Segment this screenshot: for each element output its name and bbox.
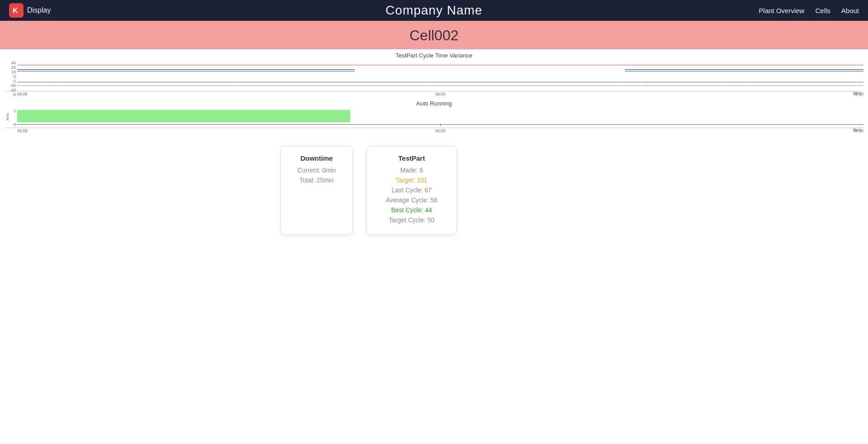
- auto-time-start: 06:08: [17, 129, 28, 133]
- svg-text:K: K: [13, 7, 18, 14]
- testpart-target-cycle: Target Cycle: 50: [379, 216, 444, 224]
- logo-icon: K: [9, 3, 24, 18]
- plant-overview-link[interactable]: Plant Overview: [759, 7, 805, 14]
- header-nav: Plant Overview Cells About: [759, 7, 859, 14]
- auto-running-section: Auto Running 1 0 Auto Auto 06:08 06:09 0…: [0, 97, 868, 132]
- cycle-time-mid: 06:09: [435, 92, 446, 96]
- testpart-last-cycle: Last Cycle: 67: [379, 186, 444, 194]
- downtime-card-title: Downtime: [292, 154, 342, 162]
- auto-time-mid: 06:09: [435, 129, 446, 133]
- cell-title: Cell002: [409, 27, 459, 43]
- auto-chart-container: 1 0 Auto Auto: [5, 108, 863, 128]
- auto-y-label: Auto: [5, 113, 9, 120]
- header-title: Company Name: [385, 3, 482, 18]
- testpart-card-title: TestPart: [379, 154, 444, 162]
- downtime-total: Total: 25min: [292, 177, 342, 184]
- about-link[interactable]: About: [841, 7, 859, 14]
- cell-banner: Cell002: [0, 21, 868, 49]
- cycle-time-y-labels: 40 20 15 0 -2 -20 -40 -5: [5, 60, 17, 91]
- testpart-best-cycle: Best Cycle: 44: [379, 206, 444, 214]
- cycle-time-chart-section: TestPart Cycle Time Variance 40 20 15 0 …: [0, 49, 868, 95]
- header: K Display Company Name Plant Overview Ce…: [0, 0, 868, 21]
- auto-running-svg: Auto: [17, 108, 863, 128]
- testpart-average-cycle: Average Cycle: 56: [379, 196, 444, 204]
- cells-link[interactable]: Cells: [815, 7, 830, 14]
- cycle-time-start: 06:08: [17, 92, 28, 96]
- auto-running-title: Auto Running: [5, 100, 863, 107]
- downtime-current: Current: 0min: [292, 167, 342, 174]
- cycle-time-chart-title: TestPart Cycle Time Variance: [5, 52, 863, 59]
- testpart-made: Made: 6: [379, 167, 444, 174]
- testpart-card: TestPart Made: 6 Target: 101 Last Cycle:…: [366, 146, 457, 235]
- auto-time-label: Time: [5, 128, 863, 132]
- cycle-time-time-label: Time: [5, 91, 863, 95]
- logo: K Display: [9, 3, 51, 18]
- svg-rect-8: [17, 110, 350, 122]
- testpart-target: Target: 101: [379, 177, 444, 184]
- logo-text: Display: [27, 6, 51, 14]
- cycle-time-svg: [17, 60, 863, 91]
- cycle-time-chart-container: 40 20 15 0 -2 -20 -40 -5: [5, 60, 863, 91]
- cards-area: Downtime Current: 0min Total: 25min Test…: [0, 146, 868, 235]
- downtime-card: Downtime Current: 0min Total: 25min: [280, 146, 353, 235]
